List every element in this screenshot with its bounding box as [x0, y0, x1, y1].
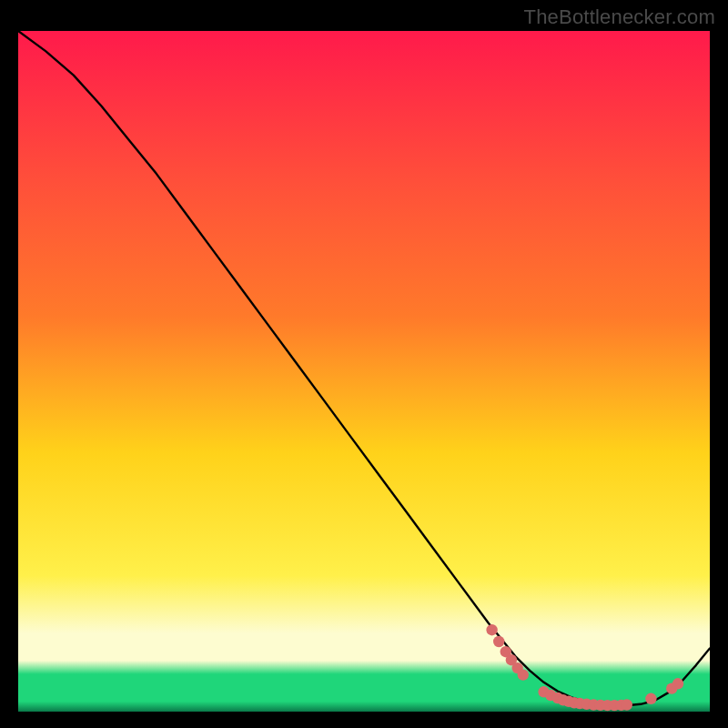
curve-marker [486, 624, 497, 635]
curve-marker [645, 693, 656, 704]
curve-marker [493, 636, 504, 647]
attribution-label: TheBottlenecker.com [524, 5, 715, 29]
plot-area [18, 31, 710, 712]
curve-marker [518, 669, 529, 680]
curve-marker [672, 678, 683, 689]
chart-svg [18, 31, 710, 712]
chart-frame: TheBottlenecker.com [0, 0, 728, 728]
curve-marker [622, 699, 632, 710]
